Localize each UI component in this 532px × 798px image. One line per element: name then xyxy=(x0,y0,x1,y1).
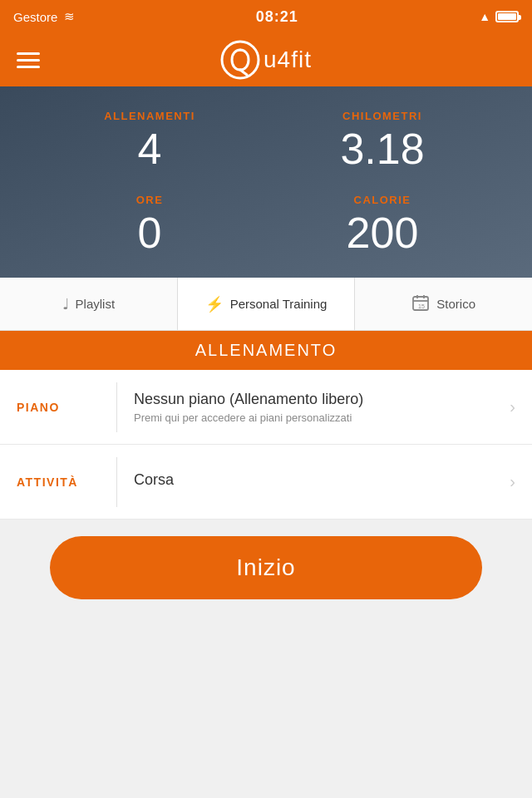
stat-chilometri-value: 3.18 xyxy=(266,127,499,170)
navbar: u4fit xyxy=(0,33,532,86)
stat-calorie-label: CALORIE xyxy=(266,194,499,206)
music-icon: ♩ xyxy=(62,295,69,313)
bottom-section: Inizio xyxy=(0,520,532,616)
tab-storico[interactable]: 15 Storico xyxy=(355,278,532,330)
stat-allenamenti-value: 4 xyxy=(33,127,266,170)
carrier-label: Gestore xyxy=(13,10,57,24)
piano-chevron: › xyxy=(510,397,515,416)
attivita-chevron: › xyxy=(510,472,515,491)
piano-subtitle: Premi qui per accedere ai piani personal… xyxy=(134,411,501,424)
battery-icon xyxy=(495,11,519,22)
list-item-attivita[interactable]: ATTIVITÀ Corsa › xyxy=(0,445,532,520)
attivita-content: Corsa xyxy=(134,471,501,492)
status-left: Gestore ≋ xyxy=(13,9,75,24)
stats-section: ALLENAMENTI 4 CHILOMETRI 3.18 ORE 0 CALO… xyxy=(0,86,532,278)
tabs-bar: ♩ Playlist ⚡ Personal Training 15 Storic… xyxy=(0,278,532,331)
start-button[interactable]: Inizio xyxy=(50,536,482,599)
stat-chilometri: CHILOMETRI 3.18 xyxy=(266,110,499,170)
tab-playlist-label: Playlist xyxy=(76,297,116,311)
stat-ore-label: ORE xyxy=(33,194,266,206)
logo: u4fit xyxy=(220,40,312,80)
piano-title: Nessun piano (Allenamento libero) xyxy=(134,391,501,408)
stat-allenamenti: ALLENAMENTI 4 xyxy=(33,110,266,170)
tab-personal-training-label: Personal Training xyxy=(230,297,328,311)
stat-ore: ORE 0 xyxy=(33,194,266,254)
logo-text: u4fit xyxy=(264,47,312,73)
logo-icon xyxy=(220,40,260,80)
location-icon: ▲ xyxy=(479,10,490,23)
list-item-piano[interactable]: PIANO Nessun piano (Allenamento libero) … xyxy=(0,370,532,445)
tab-personal-training[interactable]: ⚡ Personal Training xyxy=(178,278,356,330)
attivita-label: ATTIVITÀ xyxy=(17,475,116,489)
list-section: PIANO Nessun piano (Allenamento libero) … xyxy=(0,370,532,520)
status-bar: Gestore ≋ 08:21 ▲ xyxy=(0,0,532,33)
stat-calorie: CALORIE 200 xyxy=(266,194,499,254)
status-time: 08:21 xyxy=(256,8,298,26)
attivita-title: Corsa xyxy=(134,471,501,489)
piano-divider xyxy=(116,382,117,432)
svg-text:15: 15 xyxy=(418,303,425,309)
status-right: ▲ xyxy=(479,10,519,23)
wifi-icon: ≋ xyxy=(64,9,75,24)
hamburger-menu[interactable] xyxy=(17,52,40,68)
attivita-divider xyxy=(116,457,117,507)
stat-calorie-value: 200 xyxy=(266,211,499,254)
tab-storico-label: Storico xyxy=(436,297,475,311)
piano-content: Nessun piano (Allenamento libero) Premi … xyxy=(134,391,501,424)
stat-chilometri-label: CHILOMETRI xyxy=(266,110,499,122)
svg-point-0 xyxy=(222,42,259,78)
svg-line-1 xyxy=(240,70,247,75)
piano-label: PIANO xyxy=(17,401,116,414)
stat-ore-value: 0 xyxy=(33,211,266,254)
calendar-icon: 15 xyxy=(411,293,430,315)
section-header: ALLENAMENTO xyxy=(0,331,532,370)
stat-allenamenti-label: ALLENAMENTI xyxy=(33,110,266,122)
bolt-icon: ⚡ xyxy=(205,295,224,313)
tab-playlist[interactable]: ♩ Playlist xyxy=(0,278,178,330)
